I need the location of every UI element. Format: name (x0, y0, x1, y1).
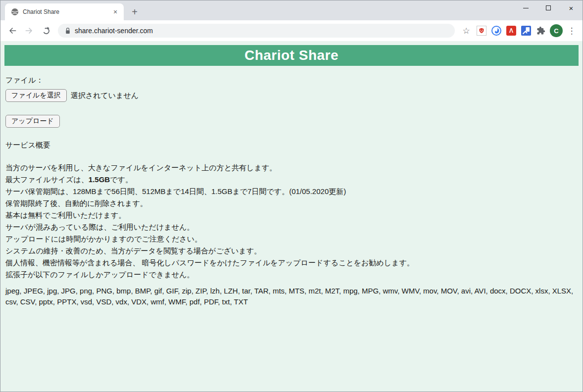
browser-window: Chariot Share × + × (0, 0, 583, 392)
maximize-icon (546, 5, 551, 10)
extension-shield-button[interactable] (476, 25, 487, 37)
globe-favicon-icon (11, 8, 19, 16)
url-bar[interactable]: share.chariot-sender.com (58, 24, 455, 38)
back-icon (7, 26, 17, 36)
page-body: Chariot Share ファイル： ファイルを選択 選択されていません アッ… (0, 41, 583, 392)
tab-chariot-share[interactable]: Chariot Share × (5, 3, 124, 20)
allowed-extensions-list: jpeg, JPEG, jpg, JPG, png, PNG, bmp, BMP… (5, 286, 578, 307)
forward-button[interactable] (22, 24, 36, 38)
acrobat-extension-icon: Λ (506, 26, 516, 36)
window-close-button[interactable]: × (560, 0, 583, 15)
back-button[interactable] (5, 24, 19, 38)
profile-avatar[interactable]: C (550, 24, 563, 37)
tab-title: Chariot Share (23, 8, 107, 15)
kebab-menu-button[interactable]: ⋮ (566, 25, 578, 37)
extensions-puzzle-button[interactable] (535, 25, 547, 37)
tab-strip: Chariot Share × + × (0, 0, 583, 20)
section-heading: サービス概要 (5, 141, 578, 150)
description-line: 個人情報、機密情報等が含まれる場合、 暗号化しパスワードをかけたファイルをアップ… (5, 257, 578, 269)
lock-icon[interactable] (65, 27, 71, 35)
description-line: 最大ファイルサイズは、1.5GBです。 (5, 174, 578, 186)
upload-button[interactable]: アップロード (5, 115, 60, 128)
new-tab-button[interactable]: + (128, 5, 142, 19)
extension-acrobat-button[interactable]: Λ (505, 25, 517, 37)
extension-globe-button[interactable] (490, 25, 502, 37)
service-description: 当方のサーバを利用し、大きなファイルをインターネット上の方と共有します。 最大フ… (5, 162, 578, 281)
extension-capture-button[interactable] (520, 25, 532, 37)
description-line: システムの維持・改善のため、当方がデータを閲覧する場合がございます。 (5, 245, 578, 257)
bookmark-star-button[interactable]: ☆ (460, 24, 473, 37)
description-line: 保管期限終了後、自動的に削除されます。 (5, 197, 578, 209)
file-select-button[interactable]: ファイルを選択 (5, 89, 67, 102)
window-minimize-button[interactable] (514, 0, 537, 15)
file-label: ファイル： (5, 76, 578, 85)
description-line: 拡張子が以下のファイルしかアップロードできません。 (5, 269, 578, 281)
max-file-size: 1.5GB (89, 175, 110, 184)
puzzle-icon (536, 26, 545, 35)
tab-close-button[interactable]: × (111, 7, 120, 16)
reload-button[interactable] (39, 24, 53, 38)
description-line: サーバが混みあっている際は、ご利用いただけません。 (5, 221, 578, 233)
window-controls: × (514, 0, 583, 15)
minimize-icon (523, 8, 529, 8)
close-icon: × (569, 4, 574, 12)
page-content: ファイル： ファイルを選択 選択されていません アップロード サービス概要 当方… (0, 66, 583, 307)
description-line: アップロードには時間がかかりますのでご注意ください。 (5, 233, 578, 245)
page-title: Chariot Share (244, 48, 339, 63)
page-banner: Chariot Share (4, 45, 579, 66)
browser-toolbar: share.chariot-sender.com ☆ Λ (0, 20, 583, 41)
description-line: 当方のサーバを利用し、大きなファイルをインターネット上の方と共有します。 (5, 162, 578, 174)
description-line: 基本は無料でご利用いただけます。 (5, 209, 578, 221)
file-input-row: ファイルを選択 選択されていません (5, 89, 578, 102)
forward-icon (24, 26, 34, 36)
shield-extension-icon (477, 26, 486, 36)
file-select-status: 選択されていません (71, 91, 139, 100)
description-line: サーバ保管期間は、128MBまで56日間、512MBまで14日間、1.5GBまで… (5, 186, 578, 197)
blue-circle-extension-icon (491, 26, 501, 36)
reload-icon (42, 26, 51, 36)
blue-document-extension-icon (521, 26, 531, 36)
url-text: share.chariot-sender.com (75, 27, 153, 35)
window-maximize-button[interactable] (537, 0, 560, 15)
